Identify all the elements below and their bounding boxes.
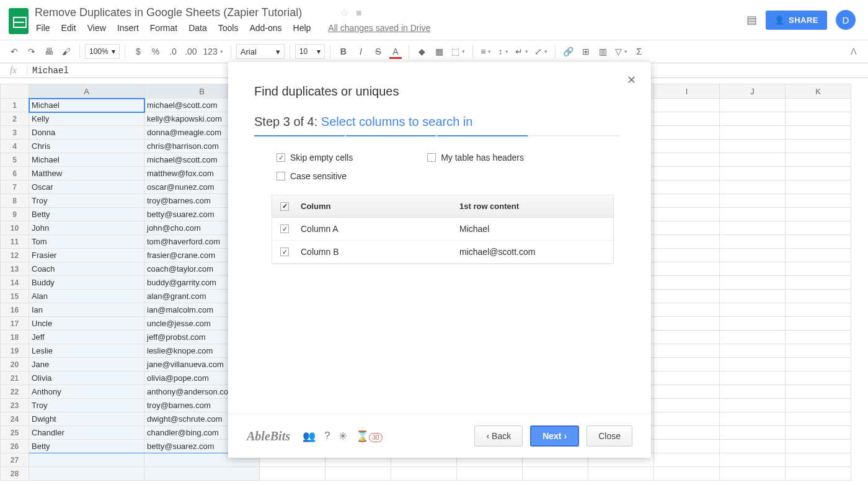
h-align-icon[interactable]: ≡ [478, 43, 494, 60]
row-header[interactable]: 17 [1, 317, 29, 331]
select-all-corner[interactable] [1, 84, 29, 99]
currency-icon[interactable]: $ [130, 43, 146, 60]
merge-cells-icon[interactable]: ⬚ [449, 43, 467, 60]
redo-icon[interactable]: ↷ [24, 43, 40, 60]
col-header-A[interactable]: A [29, 84, 144, 99]
cell[interactable] [654, 399, 720, 412]
cell[interactable] [786, 412, 851, 426]
row-header[interactable]: 12 [1, 249, 29, 262]
cell[interactable] [654, 331, 720, 344]
cell[interactable] [654, 358, 720, 372]
cell[interactable]: Tom [29, 235, 144, 249]
cell[interactable]: Betty [29, 440, 144, 453]
cell[interactable]: Chandler [29, 426, 144, 440]
cell[interactable] [720, 385, 786, 399]
row-header[interactable]: 2 [1, 112, 29, 126]
cell[interactable] [720, 194, 786, 208]
fill-color-icon[interactable]: ◆ [414, 43, 430, 60]
cell[interactable] [654, 180, 720, 194]
cell[interactable] [654, 440, 720, 453]
cell[interactable] [654, 221, 720, 235]
cell[interactable] [786, 99, 851, 112]
cell[interactable] [720, 208, 786, 221]
back-button[interactable]: ‹Back [474, 425, 523, 447]
cell[interactable] [654, 467, 720, 481]
cell[interactable] [720, 344, 786, 358]
cell[interactable]: John [29, 221, 144, 235]
cell[interactable] [720, 167, 786, 180]
cell[interactable] [654, 276, 720, 290]
cell[interactable] [654, 317, 720, 331]
column-row[interactable]: ✓Column AMichael [272, 218, 613, 241]
star-icon[interactable]: ☆ [340, 7, 348, 19]
row-header[interactable]: 21 [1, 372, 29, 385]
cell[interactable] [720, 317, 786, 331]
cell[interactable] [786, 180, 851, 194]
cell[interactable] [29, 453, 144, 467]
cell[interactable] [654, 372, 720, 385]
skip-empty-checkbox[interactable]: ✓Skip empty cells [277, 153, 353, 162]
row-header[interactable]: 25 [1, 426, 29, 440]
next-button[interactable]: Next› [530, 425, 579, 447]
cell[interactable]: Coach [29, 262, 144, 276]
col-header-J[interactable]: J [720, 84, 786, 99]
cell[interactable] [654, 140, 720, 153]
col-header-K[interactable]: K [786, 84, 851, 99]
cell[interactable] [720, 221, 786, 235]
case-sensitive-checkbox[interactable]: Case sensitive [277, 171, 625, 181]
cell[interactable] [654, 99, 720, 112]
row-header[interactable]: 9 [1, 208, 29, 221]
cell[interactable] [786, 440, 851, 453]
menu-tools[interactable]: Tools [218, 23, 239, 33]
community-icon[interactable]: 👥 [303, 430, 316, 443]
cell[interactable] [786, 262, 851, 276]
row-header[interactable]: 10 [1, 221, 29, 235]
toolbar-collapse-icon[interactable]: ᐱ [846, 43, 862, 60]
cell[interactable] [720, 372, 786, 385]
cell[interactable] [720, 140, 786, 153]
menu-add-ons[interactable]: Add-ons [249, 23, 281, 33]
row-header[interactable]: 1 [1, 99, 29, 112]
cell[interactable] [720, 235, 786, 249]
row-header[interactable]: 18 [1, 331, 29, 344]
menu-format[interactable]: Format [150, 23, 177, 33]
cell[interactable] [720, 358, 786, 372]
row-header[interactable]: 3 [1, 126, 29, 140]
dialog-close-icon[interactable]: ✕ [627, 73, 636, 87]
cell[interactable] [720, 112, 786, 126]
row-checkbox[interactable]: ✓ [280, 225, 289, 233]
row-header[interactable]: 22 [1, 385, 29, 399]
wrap-icon[interactable]: ↵ [513, 43, 531, 60]
cell[interactable] [720, 126, 786, 140]
cell[interactable]: Leslie [29, 344, 144, 358]
cell[interactable] [786, 276, 851, 290]
zoom-select[interactable]: 100%▾ [85, 44, 120, 59]
cell[interactable] [786, 344, 851, 358]
row-header[interactable]: 7 [1, 180, 29, 194]
cell[interactable] [720, 412, 786, 426]
cell[interactable]: Buddy [29, 276, 144, 290]
cell[interactable]: Donna [29, 126, 144, 140]
cell[interactable]: Michael [29, 153, 144, 167]
cell[interactable]: Jeff [29, 331, 144, 344]
cell[interactable] [786, 372, 851, 385]
cell[interactable] [720, 290, 786, 303]
cell[interactable] [391, 467, 457, 481]
font-size-select[interactable]: 10▾ [295, 44, 325, 59]
menu-help[interactable]: Help [293, 23, 311, 33]
row-header[interactable]: 16 [1, 303, 29, 317]
menu-edit[interactable]: Edit [61, 23, 76, 33]
menu-data[interactable]: Data [188, 23, 207, 33]
row-header[interactable]: 13 [1, 262, 29, 276]
cell[interactable] [29, 467, 144, 481]
menu-file[interactable]: File [36, 23, 50, 33]
cell[interactable] [654, 167, 720, 180]
cell[interactable] [588, 467, 654, 481]
row-header[interactable]: 4 [1, 140, 29, 153]
row-header[interactable]: 15 [1, 290, 29, 303]
strike-icon[interactable]: S [370, 43, 386, 60]
format-123[interactable]: 123 [200, 43, 225, 60]
cell[interactable] [654, 344, 720, 358]
cell[interactable] [786, 140, 851, 153]
bold-icon[interactable]: B [335, 43, 352, 60]
